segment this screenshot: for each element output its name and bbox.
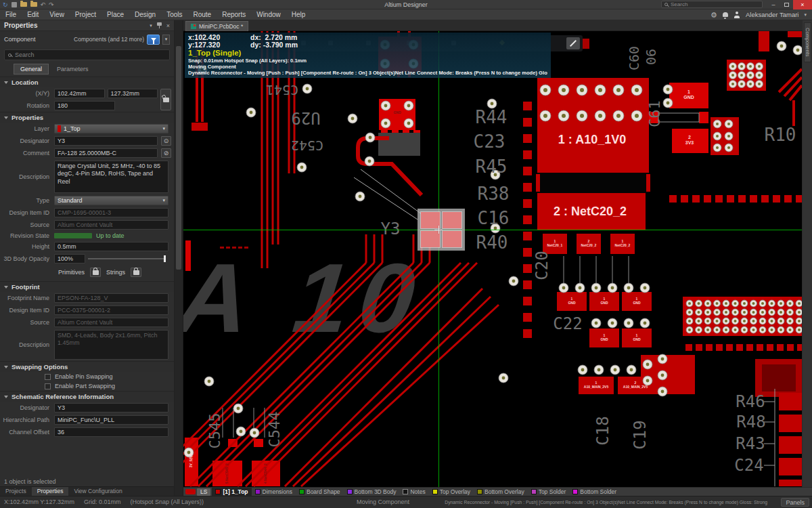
menu-place[interactable]: Place [102,9,129,20]
layer-color-swatch [432,489,438,494]
layer-tab-bottom-solder[interactable]: Bottom Solder [569,488,620,496]
panel-close-icon[interactable]: × [166,22,170,29]
rotation-field[interactable]: 180 [54,101,115,110]
filter-button[interactable] [147,35,160,45]
layer-tab-board-shape[interactable]: Board Shape [296,488,344,496]
layer-tab-bottom-3d-body[interactable]: Bottom 3D Body [344,488,400,496]
designator-visibility-button[interactable]: ⊙ [161,136,171,146]
height-field[interactable]: 0.5mm [54,242,168,251]
save-icon[interactable] [12,2,17,7]
layer-tab-top-overlay[interactable]: Top Overlay [429,488,474,496]
layer-color-swatch [215,489,221,494]
menu-design[interactable]: Design [129,9,161,20]
panel-scrollbar[interactable] [175,20,183,496]
component-pad [421,212,440,228]
redo-icon[interactable]: ↷ [49,1,54,8]
description-field[interactable]: Range Crystal Unit, 25 MHz, -40 to 85 de… [54,161,168,193]
tab-general[interactable]: General [14,64,49,75]
layer-tab-top-solder[interactable]: Top Solder [528,488,570,496]
bottom-tab-projects[interactable]: Projects [0,487,32,496]
panels-button[interactable]: Panels [781,498,809,507]
channel-offset-field[interactable]: 36 [54,427,168,437]
section-footprint[interactable]: Footprint [0,281,174,292]
schematic-designator-field[interactable]: Y3 [54,403,168,412]
undo-icon[interactable]: ↶ [41,1,46,8]
quick-access-toolbar: ↻ ↶ ↷ [0,1,54,8]
user-name[interactable]: Aleksander Tamari [746,11,799,18]
tab-parameters[interactable]: Parameters [50,64,95,75]
open-folder-icon[interactable] [20,2,27,7]
minimize-button[interactable]: – [767,0,780,9]
user-avatar[interactable] [734,12,740,18]
pad-tiny-label: 4 NetC544_2 [264,463,268,484]
layer-set-button[interactable]: LS [197,488,210,496]
section-swapping[interactable]: Swapping Options [0,361,174,372]
menu-tools[interactable]: Tools [161,9,187,20]
layer-tab--1-1-top[interactable]: [1] 1_Top [212,488,251,496]
menu-help[interactable]: Help [286,9,311,20]
footprint-name-label: Footprint Name [0,295,54,301]
pin-icon[interactable] [157,22,162,28]
gear-icon[interactable]: ⚙ [710,9,717,20]
maximize-button[interactable] [784,3,789,7]
x-field[interactable]: 102.42mm [54,89,105,98]
notifications-icon[interactable] [723,12,728,17]
menu-reports[interactable]: Reports [217,9,251,20]
pin-swapping-label: Enable Pin Swapping [55,373,113,380]
silk-label: C22 [553,316,582,332]
bottom-tab-view-configuration[interactable]: View Configuration [68,487,127,496]
height-label: Height [0,243,54,250]
layer-tab-dimensions[interactable]: Dimensions [252,488,296,496]
bottom-tab-properties[interactable]: Properties [32,487,69,496]
scrollbar-thumb[interactable] [176,46,181,270]
section-location[interactable]: Location [0,77,174,87]
close-button[interactable]: × [793,0,812,9]
layer-tab-bottom-overlay[interactable]: Bottom Overlay [474,488,528,496]
user-menu-caret[interactable]: ▾ [804,12,807,18]
global-search-input[interactable]: Search [661,1,763,8]
opacity-slider[interactable] [88,258,166,259]
slider-thumb[interactable] [164,255,166,262]
menu-window[interactable]: Window [251,9,286,20]
silk-label: C16 [478,209,510,227]
silk-label: 06 [644,49,658,65]
menu-edit[interactable]: Edit [22,9,44,20]
opacity-field[interactable]: 100% [54,254,85,263]
comment-visibility-button[interactable]: ⊘ [161,148,171,158]
section-schematic-reference[interactable]: Schematic Reference Information [0,391,174,402]
primitives-lock-button[interactable] [90,268,101,277]
filter-dropdown-button[interactable]: ▾ [162,35,170,45]
menu-project[interactable]: Project [70,9,102,20]
refresh-icon[interactable]: ↻ [3,1,8,8]
menu-file[interactable]: File [0,9,22,20]
part-swapping-checkbox[interactable] [45,383,51,389]
hud-detail: Dynamic Reconnector - Moving [Push : Pus… [188,70,547,76]
layer-tabs: [1] 1_TopDimensionsBoard ShapeBottom 3D … [212,488,620,496]
menu-view[interactable]: View [44,9,70,20]
menu-route[interactable]: Route [188,9,217,20]
pcb-canvas[interactable]: A 10 C541U29C542Y3R44C23R45R38C16R40C61C… [183,31,802,487]
layer-tab-notes[interactable]: Notes [399,488,428,496]
hud-action: Moving Component [188,64,547,70]
layer-select[interactable]: 1_Top▾ [54,124,168,133]
section-properties[interactable]: Properties [0,112,174,123]
pin-swapping-checkbox[interactable] [45,374,51,380]
document-tab[interactable]: MiniPC.PcbDoc * [185,21,248,31]
filter-scope-label: Components (and 12 more) [74,36,144,43]
y-field[interactable]: 127.32mm [108,89,158,98]
strings-lock-button[interactable] [131,268,141,277]
panel-search-input[interactable]: Search [4,49,170,60]
designator-field[interactable]: Y3 [54,136,158,146]
comment-field[interactable]: FA-128 25.0000MB-C [54,148,158,158]
type-select[interactable]: Standard ▾ [54,196,168,205]
panel-dropdown-icon[interactable]: ▾ [150,23,152,28]
components-panel-tab[interactable]: Components [804,22,811,62]
silk-label: C24 [734,457,763,473]
pencil-icon[interactable] [566,37,580,49]
hierarchical-path-field[interactable]: MiniPC_Func\U_PLL [54,415,168,425]
open-project-icon[interactable] [30,2,37,7]
primitives-label: Primitives [58,269,85,276]
hud-layer: 1_Top (Single) [188,49,547,58]
pad-tiny-label: 2 A10_MAIN_2V5 [623,381,648,389]
hierarchical-path-label: Hierarchical Path [0,417,54,423]
